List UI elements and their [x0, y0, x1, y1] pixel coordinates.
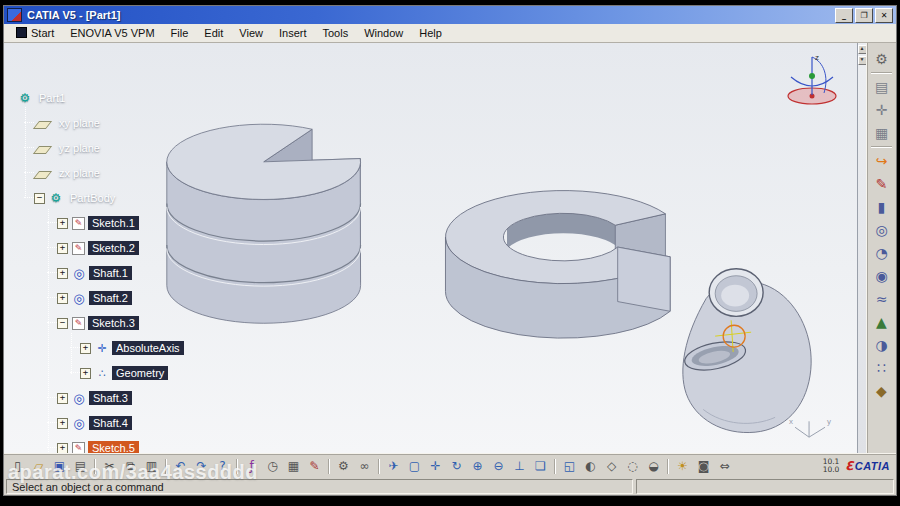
- view-mode-gear-icon: ⚙: [875, 51, 888, 67]
- multi-view-button[interactable]: ❏: [531, 457, 550, 475]
- tree-item-zx-plane[interactable]: zx plane: [34, 164, 104, 182]
- tree-item-yz-plane[interactable]: yz plane: [34, 139, 104, 157]
- snapshot-button[interactable]: ◙: [694, 457, 713, 475]
- tree-item-shaft-4[interactable]: +◎Shaft.4: [57, 414, 132, 432]
- exit-workbench-button[interactable]: ↪: [871, 151, 893, 171]
- menu-label: Window: [364, 27, 403, 39]
- table-grid-button[interactable]: ▦: [284, 457, 303, 475]
- tree-item-absoluteaxis[interactable]: +✛AbsoluteAxis: [80, 339, 184, 357]
- tree-item-shaft-2[interactable]: +◎Shaft.2: [57, 289, 132, 307]
- rib-button[interactable]: ≈: [871, 289, 893, 309]
- zoom-in-button[interactable]: ⊕: [468, 457, 487, 475]
- tree-connector: [47, 422, 57, 423]
- options-gear-button[interactable]: ⚙: [334, 457, 353, 475]
- wireframe-button[interactable]: ◇: [602, 457, 621, 475]
- tree-item-shaft-1[interactable]: +◎Shaft.1: [57, 264, 132, 282]
- tree-item-sketch-5[interactable]: +✎Sketch.5: [57, 439, 139, 453]
- tree-expander-minus[interactable]: −: [34, 193, 45, 204]
- normal-view-button[interactable]: ⊥: [510, 457, 529, 475]
- tree-item-sketch-3[interactable]: −✎Sketch.3: [57, 314, 139, 332]
- title-bar[interactable]: CATIA V5 - [Part1] _ ❐ ✕: [4, 6, 896, 24]
- view-mode-gear-button[interactable]: ⚙: [871, 49, 893, 69]
- sketch-icon: ✎: [72, 317, 85, 330]
- menu-view[interactable]: View: [231, 25, 271, 42]
- pad-icon: ▮: [878, 199, 886, 215]
- pad-button[interactable]: ▮: [871, 197, 893, 217]
- tree-expander-minus[interactable]: −: [57, 318, 68, 329]
- open-folder-button[interactable]: ▱: [29, 457, 48, 475]
- groove-button[interactable]: ◔: [871, 243, 893, 263]
- paste-button[interactable]: ▥: [142, 457, 161, 475]
- menu-help[interactable]: Help: [411, 25, 450, 42]
- tree-item-sketch-2[interactable]: +✎Sketch.2: [57, 239, 139, 257]
- save-button[interactable]: ▣: [50, 457, 69, 475]
- tree-expander-plus[interactable]: +: [80, 368, 91, 379]
- menu-tools[interactable]: Tools: [314, 25, 356, 42]
- hole-button[interactable]: ◉: [871, 266, 893, 286]
- zoom-out-button[interactable]: ⊖: [489, 457, 508, 475]
- tree-expander-plus[interactable]: +: [57, 393, 68, 404]
- rotate-button[interactable]: ↻: [447, 457, 466, 475]
- redo-button[interactable]: ↷: [192, 457, 211, 475]
- frame-display-button[interactable]: ▤: [871, 77, 893, 97]
- tree-item-partbody[interactable]: −⚙PartBody: [34, 189, 119, 207]
- tree-expander-plus[interactable]: +: [57, 268, 68, 279]
- history-button[interactable]: ◷: [263, 457, 282, 475]
- measure-button[interactable]: ⇔: [715, 457, 734, 475]
- menu-edit[interactable]: Edit: [196, 25, 231, 42]
- tree-item-geometry[interactable]: +∴Geometry: [80, 364, 168, 382]
- tree-expander-plus[interactable]: +: [57, 443, 68, 454]
- link-manager-button[interactable]: ∞: [355, 457, 374, 475]
- tree-item-shaft-3[interactable]: +◎Shaft.3: [57, 389, 132, 407]
- maximize-button[interactable]: ❐: [855, 8, 873, 23]
- axis-system-button[interactable]: ✛: [871, 100, 893, 120]
- menu-bar: StartENOVIA V5 VPMFileEditViewInsertTool…: [4, 24, 896, 43]
- solid-torus[interactable]: [682, 269, 811, 433]
- menu-insert[interactable]: Insert: [271, 25, 315, 42]
- tree-expander-plus[interactable]: +: [57, 293, 68, 304]
- shaft-tool-button[interactable]: ◎: [871, 220, 893, 240]
- tree-item-xy-plane[interactable]: xy plane: [34, 114, 104, 132]
- tree-expander-plus[interactable]: +: [57, 418, 68, 429]
- light-effect-button[interactable]: ☀: [673, 457, 692, 475]
- solid-pacman-stack[interactable]: [167, 124, 361, 323]
- tree-expander-plus[interactable]: +: [57, 243, 68, 254]
- menu-enovia-v5-vpm[interactable]: ENOVIA V5 VPM: [62, 25, 162, 42]
- print-button[interactable]: ▤: [71, 457, 90, 475]
- help-button[interactable]: ?: [213, 457, 232, 475]
- close-button[interactable]: ✕: [875, 8, 893, 23]
- copy-button[interactable]: ⧉: [121, 457, 140, 475]
- shading-mode-button[interactable]: ◐: [581, 457, 600, 475]
- fly-mode-button[interactable]: ✈: [384, 457, 403, 475]
- tree-item-part1[interactable]: ⚙Part1: [18, 89, 69, 107]
- pattern-button[interactable]: ∷: [871, 358, 893, 378]
- menu-start[interactable]: Start: [8, 25, 62, 42]
- apply-material-button[interactable]: ◆: [871, 381, 893, 401]
- mirror-button[interactable]: ◑: [871, 335, 893, 355]
- swap-visible-space-button[interactable]: ◒: [644, 457, 663, 475]
- grid-display-button[interactable]: ▦: [871, 123, 893, 143]
- new-document-button[interactable]: ▯: [8, 457, 27, 475]
- knowledge-fx-button[interactable]: ƒ: [242, 457, 261, 475]
- cut-button[interactable]: ✂: [100, 457, 119, 475]
- annotation-pen-button[interactable]: ✎: [305, 457, 324, 475]
- tree-item-sketch-1[interactable]: +✎Sketch.1: [57, 214, 139, 232]
- menu-window[interactable]: Window: [356, 25, 411, 42]
- tree-expander-plus[interactable]: +: [80, 343, 91, 354]
- hide-show-button[interactable]: ◌: [623, 457, 642, 475]
- tree-expander-plus[interactable]: +: [57, 218, 68, 229]
- compass[interactable]: z: [779, 49, 845, 109]
- tree-connector: [47, 322, 57, 323]
- menu-file[interactable]: File: [163, 25, 197, 42]
- undo-button[interactable]: ↶: [171, 457, 190, 475]
- save-icon: ▣: [54, 459, 65, 473]
- stiffener-button[interactable]: ▲: [871, 312, 893, 332]
- minimize-button[interactable]: _: [835, 8, 853, 23]
- pan-button[interactable]: ✛: [426, 457, 445, 475]
- sketcher-button[interactable]: ✎: [871, 174, 893, 194]
- fit-all-in-button[interactable]: ▢: [405, 457, 424, 475]
- status-secondary-field[interactable]: [636, 479, 894, 494]
- solid-c-ring[interactable]: [445, 191, 670, 339]
- 3d-viewport[interactable]: x y z ⚙Par: [4, 43, 857, 453]
- named-views-button[interactable]: ◱: [560, 457, 579, 475]
